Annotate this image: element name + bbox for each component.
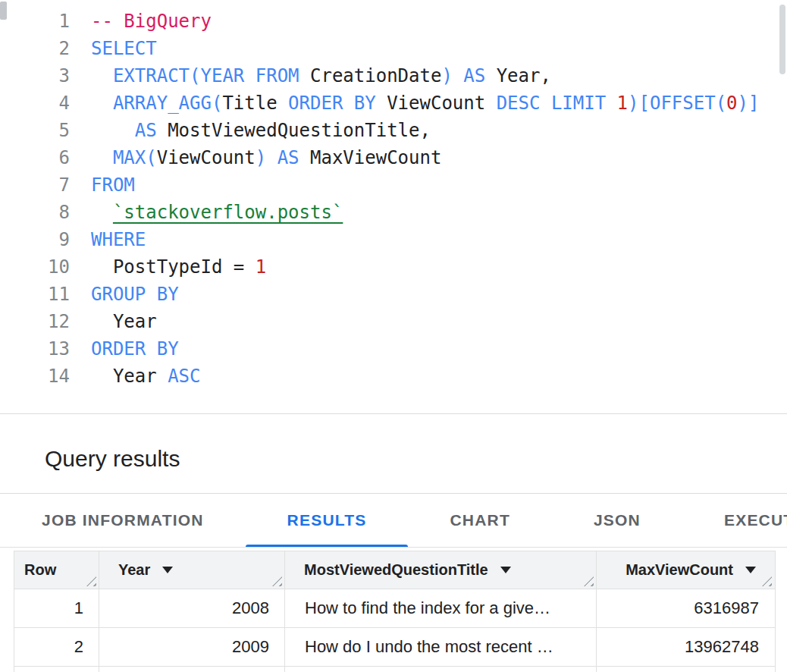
table-header-row: RowYearMostViewedQuestionTitleMaxViewCou…	[14, 551, 775, 589]
code-line: 8 `stackoverflow.posts`	[0, 199, 787, 226]
code-text: EXTRACT(YEAR FROM CreationDate) AS Year,	[70, 62, 551, 89]
code-line: 4 ARRAY_AGG(Title ORDER BY ViewCount DES…	[0, 89, 787, 117]
line-number: 7	[0, 171, 70, 199]
column-resize-handle[interactable]	[86, 576, 96, 586]
code-text: SELECT	[70, 35, 157, 62]
line-number: 3	[0, 62, 70, 89]
sql-editor[interactable]: 1-- BigQuery2SELECT3 EXTRACT(YEAR FROM C…	[0, 0, 787, 414]
line-number: 2	[0, 35, 70, 62]
cell-mostviewedquestiontitle: How do I undo the most recent …	[285, 628, 597, 666]
code-line: 12 Year	[0, 308, 787, 335]
code-line: 6 MAX(ViewCount) AS MaxViewCount	[0, 144, 787, 171]
cell-mostviewedquestiontitle: How to find the index for a give…	[285, 589, 597, 627]
code-text: MAX(ViewCount) AS MaxViewCount	[70, 144, 441, 171]
column-label: MaxViewCount	[626, 561, 733, 579]
results-tabbar: JOB INFORMATIONRESULTSCHARTJSONEXECUTION…	[0, 494, 787, 548]
code-line: 14 Year ASC	[0, 363, 787, 390]
cell-empty	[285, 667, 597, 672]
line-number: 1	[0, 8, 70, 35]
query-results-title: Query results	[45, 446, 180, 472]
editor-scrollbar[interactable]	[779, 5, 785, 74]
table-body: 12008How to find the index for a give…63…	[14, 589, 775, 672]
tab-json[interactable]: JSON	[552, 494, 682, 547]
line-number: 6	[0, 144, 70, 171]
cell-empty	[99, 667, 285, 672]
column-label: Year	[118, 561, 150, 579]
code-line: 5 AS MostViewedQuestionTitle,	[0, 117, 787, 144]
code-line: 3 EXTRACT(YEAR FROM CreationDate) AS Yea…	[0, 62, 787, 89]
code-line: 2SELECT	[0, 35, 787, 62]
sort-arrow-icon[interactable]	[745, 567, 756, 573]
code-line: 9WHERE	[0, 226, 787, 253]
cell-maxviewcount: 6316987	[597, 589, 774, 627]
table-row: 12008How to find the index for a give…63…	[14, 589, 775, 628]
tab-execution-details[interactable]: EXECUTION DETAILS	[682, 494, 787, 547]
line-number: 9	[0, 226, 70, 253]
code-text: AS MostViewedQuestionTitle,	[70, 117, 431, 144]
table-row: 22009How do I undo the most recent …1396…	[14, 628, 775, 667]
code-text: Year	[70, 308, 157, 335]
sort-arrow-icon[interactable]	[162, 567, 173, 573]
code-text: GROUP BY	[70, 281, 179, 308]
code-line: 1-- BigQuery	[0, 8, 787, 35]
sort-arrow-icon[interactable]	[500, 567, 511, 573]
line-number: 4	[0, 89, 70, 117]
code-text: ARRAY_AGG(Title ORDER BY ViewCount DESC …	[70, 89, 759, 117]
column-header-mostviewedquestiontitle[interactable]: MostViewedQuestionTitle	[285, 551, 597, 589]
tab-chart[interactable]: CHART	[408, 494, 552, 547]
code-text: Year ASC	[70, 363, 201, 390]
line-number: 5	[0, 117, 70, 144]
results-table: RowYearMostViewedQuestionTitleMaxViewCou…	[14, 551, 776, 672]
scrollbar-fragment[interactable]	[0, 2, 7, 20]
sql-editor-lines: 1-- BigQuery2SELECT3 EXTRACT(YEAR FROM C…	[0, 8, 787, 390]
code-text: PostTypeId = 1	[70, 253, 266, 281]
code-text: FROM	[70, 171, 135, 199]
line-number: 12	[0, 308, 70, 335]
line-number: 11	[0, 281, 70, 308]
column-label: MostViewedQuestionTitle	[304, 561, 488, 579]
code-text: -- BigQuery	[70, 8, 212, 35]
line-number: 8	[0, 199, 70, 226]
table-row-partial	[14, 667, 775, 672]
column-header-year[interactable]: Year	[99, 551, 285, 589]
column-resize-handle[interactable]	[762, 576, 772, 586]
column-resize-handle[interactable]	[584, 576, 594, 586]
cell-year: 2009	[99, 628, 285, 666]
cell-empty	[597, 667, 774, 672]
cell-year: 2008	[99, 589, 285, 627]
line-number: 14	[0, 363, 70, 390]
column-label: Row	[24, 561, 56, 579]
code-line: 11GROUP BY	[0, 281, 787, 308]
code-text: WHERE	[70, 226, 146, 253]
column-header-row[interactable]: Row	[14, 551, 99, 589]
line-number: 13	[0, 335, 70, 363]
code-text: ORDER BY	[70, 335, 179, 363]
code-line: 10 PostTypeId = 1	[0, 253, 787, 281]
cell-empty	[14, 667, 99, 672]
query-results-header: Query results	[0, 414, 787, 494]
cell-row: 2	[14, 628, 99, 666]
code-text: `stackoverflow.posts`	[70, 199, 343, 226]
column-header-maxviewcount[interactable]: MaxViewCount	[597, 551, 774, 589]
cell-row: 1	[14, 589, 99, 627]
tab-job-information[interactable]: JOB INFORMATION	[0, 494, 246, 547]
bigquery-console: 1-- BigQuery2SELECT3 EXTRACT(YEAR FROM C…	[0, 0, 787, 672]
code-line: 7FROM	[0, 171, 787, 199]
line-number: 10	[0, 253, 70, 281]
column-resize-handle[interactable]	[272, 576, 282, 586]
code-line: 13ORDER BY	[0, 335, 787, 363]
tab-results[interactable]: RESULTS	[246, 494, 409, 547]
cell-maxviewcount: 13962748	[597, 628, 774, 666]
